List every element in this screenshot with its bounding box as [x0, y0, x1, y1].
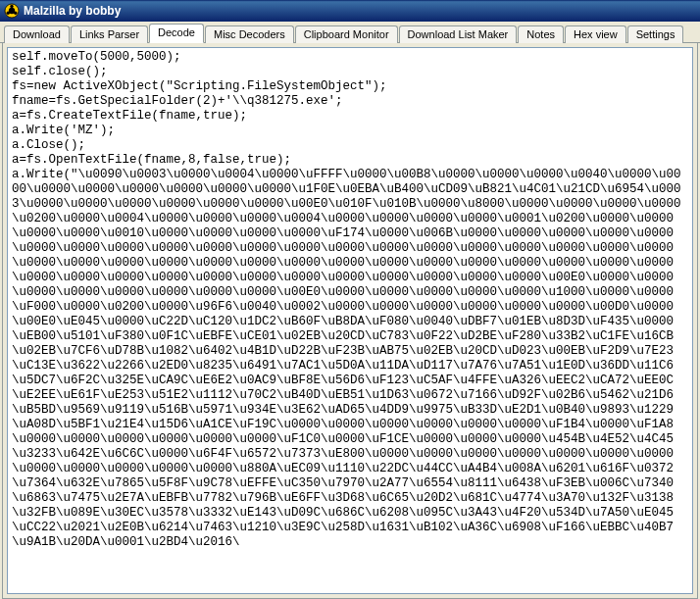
tab-links-parser[interactable]: Links Parser	[71, 25, 148, 43]
svg-point-3	[7, 12, 10, 15]
content-area: self.moveTo(5000,5000); self.close(); fs…	[2, 43, 698, 599]
tab-download[interactable]: Download	[4, 25, 70, 43]
tab-notes[interactable]: Notes	[518, 25, 564, 43]
tab-clipboard-monitor[interactable]: Clipboard Monitor	[295, 25, 398, 43]
tab-misc-decoders[interactable]: Misc Decoders	[205, 25, 294, 43]
svg-point-2	[10, 5, 13, 8]
tab-bar: Download Links Parser Decode Misc Decode…	[0, 22, 700, 43]
app-icon	[4, 3, 20, 19]
tab-decode[interactable]: Decode	[149, 24, 204, 43]
window-title: Malzilla by bobby	[24, 4, 121, 18]
tab-settings[interactable]: Settings	[627, 25, 684, 43]
code-editor[interactable]: self.moveTo(5000,5000); self.close(); fs…	[7, 47, 693, 594]
svg-point-4	[14, 12, 17, 15]
tab-download-list-maker[interactable]: Download List Maker	[399, 25, 518, 43]
window-titlebar: Malzilla by bobby	[0, 0, 700, 22]
tab-hex-view[interactable]: Hex view	[565, 25, 626, 43]
